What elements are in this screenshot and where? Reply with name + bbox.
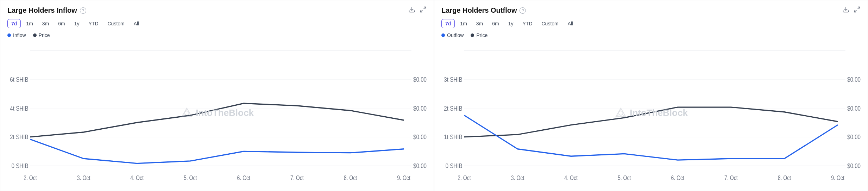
inflow-filter-all[interactable]: All	[130, 19, 143, 28]
svg-text:$0.000019: $0.000019	[847, 75, 861, 83]
svg-text:4t SHIB: 4t SHIB	[10, 104, 28, 112]
svg-text:2. Oct: 2. Oct	[458, 175, 471, 181]
svg-text:0 SHIB: 0 SHIB	[12, 162, 29, 170]
svg-text:$0.000018: $0.000018	[413, 104, 427, 112]
svg-text:5. Oct: 5. Oct	[184, 175, 197, 181]
outflow-filter-6m[interactable]: 6m	[488, 19, 503, 28]
outflow-price-dot	[471, 33, 474, 37]
svg-text:6. Oct: 6. Oct	[237, 175, 251, 181]
inflow-filter-3m[interactable]: 3m	[38, 19, 53, 28]
svg-line-2	[421, 10, 423, 12]
outflow-filter-3m[interactable]: 3m	[472, 19, 487, 28]
outflow-legend-main: Outflow	[441, 32, 464, 38]
inflow-filter-custom[interactable]: Custom	[104, 19, 128, 28]
svg-text:2t SHIB: 2t SHIB	[444, 104, 462, 112]
svg-text:3t SHIB: 3t SHIB	[444, 75, 462, 83]
inflow-time-filters: 7d 1m 3m 6m 1y YTD Custom All	[7, 19, 427, 28]
svg-text:9. Oct: 9. Oct	[397, 175, 410, 181]
outflow-legend-price: Price	[471, 32, 488, 38]
inflow-chart-area: IntoTheBlock 0 SHIB 2t SHIB 4t SHIB 6t S…	[7, 41, 427, 185]
outflow-title-group: Large Holders Outflow ?	[441, 6, 526, 14]
inflow-chart-svg: 0 SHIB 2t SHIB 4t SHIB 6t SHIB $0.000014…	[7, 41, 427, 185]
svg-text:6. Oct: 6. Oct	[671, 175, 685, 181]
inflow-header: Large Holders Inflow ?	[7, 6, 427, 15]
outflow-legend-label: Outflow	[447, 32, 464, 38]
outflow-help-icon[interactable]: ?	[520, 7, 526, 14]
outflow-filter-ytd[interactable]: YTD	[519, 19, 536, 28]
svg-line-1	[424, 7, 426, 9]
inflow-filter-ytd[interactable]: YTD	[85, 19, 102, 28]
outflow-chart-svg: 0 SHIB 1t SHIB 2t SHIB 3t SHIB $0.000014…	[441, 41, 861, 185]
inflow-help-icon[interactable]: ?	[80, 7, 86, 14]
svg-text:$0.000016: $0.000016	[847, 133, 861, 141]
inflow-expand-icon[interactable]	[420, 6, 427, 15]
svg-text:4. Oct: 4. Oct	[130, 175, 144, 181]
inflow-price-dot	[33, 33, 37, 37]
inflow-filter-7d[interactable]: 7d	[7, 19, 21, 28]
inflow-price-label: Price	[39, 32, 50, 38]
inflow-legend-label: Inflow	[13, 32, 26, 38]
svg-text:0 SHIB: 0 SHIB	[446, 162, 463, 170]
inflow-download-icon[interactable]	[408, 6, 415, 15]
outflow-actions	[842, 6, 861, 15]
outflow-panel: Large Holders Outflow ? 7d 1m 3m 6m 1y Y…	[434, 0, 868, 191]
svg-text:5. Oct: 5. Oct	[618, 175, 631, 181]
svg-text:$0.000018: $0.000018	[847, 104, 861, 112]
inflow-actions	[408, 6, 427, 15]
inflow-title-group: Large Holders Inflow ?	[7, 6, 86, 14]
outflow-title: Large Holders Outflow	[441, 6, 517, 14]
outflow-legend: Outflow Price	[441, 32, 861, 38]
outflow-expand-icon[interactable]	[854, 6, 861, 15]
svg-text:1t SHIB: 1t SHIB	[444, 133, 462, 141]
outflow-filter-7d[interactable]: 7d	[441, 19, 455, 28]
svg-text:8. Oct: 8. Oct	[778, 175, 791, 181]
outflow-filter-custom[interactable]: Custom	[538, 19, 562, 28]
svg-text:$0.000016: $0.000016	[413, 133, 427, 141]
svg-text:3. Oct: 3. Oct	[511, 175, 524, 181]
inflow-title: Large Holders Inflow	[7, 6, 77, 14]
inflow-legend-price: Price	[33, 32, 50, 38]
svg-text:$0.000014: $0.000014	[413, 162, 427, 170]
inflow-legend-dot	[7, 33, 11, 37]
inflow-legend: Inflow Price	[7, 32, 427, 38]
outflow-header: Large Holders Outflow ?	[441, 6, 861, 15]
svg-text:7. Oct: 7. Oct	[724, 175, 738, 181]
svg-text:2. Oct: 2. Oct	[24, 175, 37, 181]
svg-text:9. Oct: 9. Oct	[831, 175, 844, 181]
svg-text:3. Oct: 3. Oct	[77, 175, 90, 181]
outflow-filter-all[interactable]: All	[564, 19, 577, 28]
svg-text:4. Oct: 4. Oct	[564, 175, 578, 181]
outflow-time-filters: 7d 1m 3m 6m 1y YTD Custom All	[441, 19, 861, 28]
outflow-filter-1y[interactable]: 1y	[504, 19, 517, 28]
inflow-filter-1y[interactable]: 1y	[70, 19, 83, 28]
outflow-legend-dot	[441, 33, 445, 37]
svg-text:6t SHIB: 6t SHIB	[10, 75, 28, 83]
svg-line-30	[858, 7, 860, 9]
inflow-legend-main: Inflow	[7, 32, 26, 38]
inflow-filter-1m[interactable]: 1m	[22, 19, 37, 28]
outflow-filter-1m[interactable]: 1m	[456, 19, 471, 28]
svg-text:2t SHIB: 2t SHIB	[10, 133, 28, 141]
outflow-download-icon[interactable]	[842, 6, 849, 15]
svg-text:$0.000014: $0.000014	[847, 162, 861, 170]
inflow-panel: Large Holders Inflow ? 7d 1m 3m 6m 1y YT…	[0, 0, 434, 191]
inflow-filter-6m[interactable]: 6m	[54, 19, 69, 28]
outflow-price-label: Price	[476, 32, 488, 38]
svg-text:8. Oct: 8. Oct	[344, 175, 357, 181]
svg-text:$0.000019: $0.000019	[413, 75, 427, 83]
outflow-chart-area: IntoTheBlock 0 SHIB 1t SHIB 2t SHIB 3t S…	[441, 41, 861, 185]
svg-line-31	[855, 10, 857, 12]
svg-text:7. Oct: 7. Oct	[290, 175, 304, 181]
